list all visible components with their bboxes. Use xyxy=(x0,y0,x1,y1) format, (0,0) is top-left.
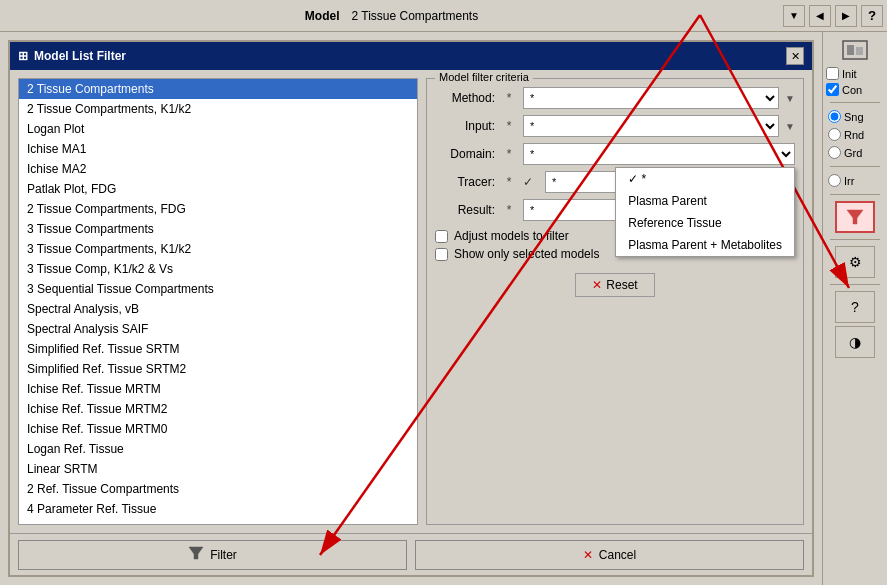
help-btn[interactable]: ? xyxy=(861,5,883,27)
modal-title-icon: ⊞ xyxy=(18,49,28,63)
list-item[interactable]: 3 Sequential Tissue Compartments xyxy=(19,279,417,299)
contrast-icon-btn[interactable]: ◑ xyxy=(835,326,875,358)
model-list-panel[interactable]: 2 Tissue Compartments2 Tissue Compartmen… xyxy=(18,78,418,525)
reset-icon: ✕ xyxy=(592,278,602,292)
modal-title-text: Model List Filter xyxy=(34,49,126,63)
model-label: Model xyxy=(301,9,344,23)
list-item[interactable]: Ichise Ref. Tissue MRTM0 xyxy=(19,419,417,439)
list-item[interactable]: Ichise Ref. Tissue MRTM xyxy=(19,379,417,399)
dropdown-arrow-btn[interactable]: ▼ xyxy=(783,5,805,27)
domain-select[interactable]: * xyxy=(523,143,795,165)
tracer-dropdown: * Plasma Parent Reference Tissue Plasma … xyxy=(615,167,795,257)
divider-1 xyxy=(830,102,880,103)
modal-close-button[interactable]: ✕ xyxy=(786,47,804,65)
divider-5 xyxy=(830,284,880,285)
tracer-label: Tracer: xyxy=(435,175,495,189)
list-item[interactable]: Linear SRTM xyxy=(19,459,417,479)
tracer-option-plasma-metabolites[interactable]: Plasma Parent + Metabolites xyxy=(616,234,794,256)
list-item[interactable]: Spectral Analysis SAIF xyxy=(19,319,417,339)
irr-label: Irr xyxy=(844,175,854,187)
sng-radio-row: Sng xyxy=(826,109,884,124)
list-item[interactable]: Patlak Ref. Tissue xyxy=(19,519,417,525)
modal-titlebar: ⊞ Model List Filter ✕ xyxy=(10,42,812,70)
filter-legend: Model filter criteria xyxy=(435,71,533,83)
list-item[interactable]: 2 Tissue Compartments, FDG xyxy=(19,199,417,219)
list-item[interactable]: 3 Tissue Comp, K1/k2 & Vs xyxy=(19,259,417,279)
filter-btn-label: Filter xyxy=(210,548,237,562)
rnd-label: Rnd xyxy=(844,129,864,141)
help-icon-btn[interactable]: ? xyxy=(835,291,875,323)
cancel-button[interactable]: ✕ Cancel xyxy=(415,540,804,570)
method-asterisk: * xyxy=(501,91,517,105)
domain-asterisk: * xyxy=(501,147,517,161)
next-btn[interactable]: ▶ xyxy=(835,5,857,27)
filter-btn-icon xyxy=(188,545,204,564)
filter-criteria-panel: Model filter criteria Method: * * ▼ Inpu… xyxy=(426,78,804,525)
modal-body: 2 Tissue Compartments2 Tissue Compartmen… xyxy=(10,70,812,533)
toolbar-icon-top xyxy=(835,36,875,64)
method-select[interactable]: * xyxy=(523,87,779,109)
list-item[interactable]: Spectral Analysis, vB xyxy=(19,299,417,319)
reset-button[interactable]: ✕ Reset xyxy=(575,273,654,297)
svg-rect-1 xyxy=(847,45,854,55)
list-item[interactable]: Ichise MA2 xyxy=(19,159,417,179)
result-asterisk: * xyxy=(501,203,517,217)
rnd-radio[interactable] xyxy=(828,128,841,141)
list-item[interactable]: Logan Ref. Tissue xyxy=(19,439,417,459)
show-selected-checkbox[interactable] xyxy=(435,248,448,261)
list-item[interactable]: 3 Tissue Compartments xyxy=(19,219,417,239)
tracer-option-plasma-parent[interactable]: Plasma Parent xyxy=(616,190,794,212)
list-item[interactable]: Ichise MA1 xyxy=(19,139,417,159)
init-label: Init xyxy=(842,68,857,80)
init-checkbox-row: Init xyxy=(826,67,884,80)
divider-4 xyxy=(830,239,880,240)
adjust-models-label: Adjust models to filter xyxy=(454,229,569,243)
input-select[interactable]: * xyxy=(523,115,779,137)
svg-marker-4 xyxy=(189,547,203,559)
top-toolbar: Model 2 Tissue Compartments ▼ ◀ ▶ ? xyxy=(0,0,887,32)
list-item[interactable]: Logan Plot xyxy=(19,119,417,139)
init-checkbox[interactable] xyxy=(826,67,839,80)
input-row: Input: * * ▼ xyxy=(435,115,795,137)
svg-marker-3 xyxy=(847,210,863,224)
cancel-btn-label: Cancel xyxy=(599,548,636,562)
con-checkbox[interactable] xyxy=(826,83,839,96)
adjust-models-checkbox[interactable] xyxy=(435,230,448,243)
sng-label: Sng xyxy=(844,111,864,123)
tracer-option-ref-tissue[interactable]: Reference Tissue xyxy=(616,212,794,234)
filter-button[interactable]: Filter xyxy=(18,540,407,570)
sng-radio[interactable] xyxy=(828,110,841,123)
input-asterisk: * xyxy=(501,119,517,133)
input-label: Input: xyxy=(435,119,495,133)
list-item[interactable]: Simplified Ref. Tissue SRTM2 xyxy=(19,359,417,379)
tracer-option-all[interactable]: * xyxy=(616,168,794,190)
filter-icon-btn[interactable] xyxy=(835,201,875,233)
con-checkbox-row: Con xyxy=(826,83,884,96)
tracer-check-icon: ✓ xyxy=(523,175,539,189)
list-item[interactable]: 2 Ref. Tissue Compartments xyxy=(19,479,417,499)
settings-icon-btn[interactable]: ⚙ xyxy=(835,246,875,278)
grd-label: Grd xyxy=(844,147,862,159)
model-list-filter-dialog: ⊞ Model List Filter ✕ 2 Tissue Compartme… xyxy=(8,40,814,577)
right-panel: Init Con Sng Rnd Grd Irr ⚙ ? ◑ xyxy=(822,32,887,585)
method-row: Method: * * ▼ xyxy=(435,87,795,109)
list-item[interactable]: Patlak Plot, FDG xyxy=(19,179,417,199)
cancel-btn-icon: ✕ xyxy=(583,548,593,562)
reset-label: Reset xyxy=(606,278,637,292)
prev-btn[interactable]: ◀ xyxy=(809,5,831,27)
svg-rect-2 xyxy=(856,47,863,55)
divider-2 xyxy=(830,166,880,167)
list-item[interactable]: Simplified Ref. Tissue SRTM xyxy=(19,339,417,359)
main-content: ⊞ Model List Filter ✕ 2 Tissue Compartme… xyxy=(0,32,822,585)
list-item[interactable]: 3 Tissue Compartments, K1/k2 xyxy=(19,239,417,259)
show-selected-label: Show only selected models xyxy=(454,247,599,261)
list-item[interactable]: Ichise Ref. Tissue MRTM2 xyxy=(19,399,417,419)
domain-label: Domain: xyxy=(435,147,495,161)
list-item[interactable]: 4 Parameter Ref. Tissue xyxy=(19,499,417,519)
grd-radio[interactable] xyxy=(828,146,841,159)
list-item[interactable]: 2 Tissue Compartments, K1/k2 xyxy=(19,99,417,119)
list-item[interactable]: 2 Tissue Compartments xyxy=(19,79,417,99)
tracer-asterisk: * xyxy=(501,175,517,189)
model-name: 2 Tissue Compartments xyxy=(347,9,482,23)
irr-radio[interactable] xyxy=(828,174,841,187)
